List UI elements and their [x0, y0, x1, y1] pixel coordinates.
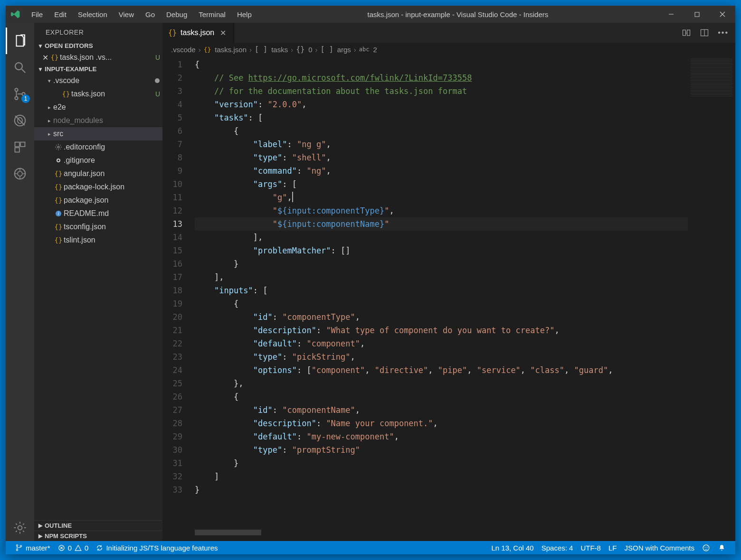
tab-label: tasks.json: [180, 28, 214, 37]
menu-view[interactable]: View: [113, 8, 140, 21]
status-init[interactable]: Initializing JS/TS language features: [92, 544, 221, 552]
activity-search[interactable]: [6, 54, 34, 81]
tree-item-label: package.json: [64, 196, 162, 205]
file-README-md[interactable]: iREADME.md: [34, 207, 162, 220]
minimize-button[interactable]: [658, 6, 684, 23]
status-bell[interactable]: [714, 544, 730, 552]
file-tsconfig-json[interactable]: {}tsconfig.json: [34, 220, 162, 233]
tree-item-label: node_modules: [53, 116, 162, 125]
activity-scm[interactable]: 1: [6, 81, 34, 107]
tab-tasks-json[interactable]: {} tasks.json ✕: [162, 23, 234, 43]
status-spaces[interactable]: Spaces: 4: [538, 544, 577, 552]
file-package-json[interactable]: {}package.json: [34, 194, 162, 207]
chevron-right-icon: ▶: [36, 523, 45, 529]
json-icon: {}: [53, 223, 64, 231]
file--gitignore[interactable]: .gitignore: [34, 154, 162, 167]
folder--vscode[interactable]: ▾.vscode: [34, 74, 162, 87]
menu-file[interactable]: File: [26, 8, 48, 21]
tree-item-label: .editorconfig: [64, 143, 162, 151]
activity-settings[interactable]: [6, 514, 34, 541]
compare-icon[interactable]: [682, 28, 691, 37]
minimap[interactable]: [688, 56, 735, 541]
chevron-right-icon: ▸: [46, 104, 53, 111]
editor-body[interactable]: 1234567891011121314151617181920212223242…: [162, 56, 735, 541]
crumb-2[interactable]: 2: [373, 46, 377, 54]
menu-go[interactable]: Go: [140, 8, 161, 21]
folder-src[interactable]: ▸src: [34, 127, 162, 140]
activity-debug[interactable]: [6, 107, 34, 134]
menu-debug[interactable]: Debug: [161, 8, 193, 21]
horizontal-scrollbar[interactable]: [195, 530, 261, 535]
menu-selection[interactable]: Selection: [72, 8, 113, 21]
tree-item-label: tsconfig.json: [64, 223, 162, 231]
string-icon: abc: [359, 46, 370, 53]
tab-close-icon[interactable]: ✕: [218, 28, 228, 38]
chevron-right-icon: ›: [199, 46, 201, 54]
vscode-window: File Edit Selection View Go Debug Termin…: [6, 6, 735, 554]
folder-e2e[interactable]: ▸e2e: [34, 101, 162, 114]
crumb-args[interactable]: args: [337, 46, 351, 54]
breadcrumbs[interactable]: .vscode › {} tasks.json › [ ] tasks › {}…: [162, 43, 735, 56]
activity-docker[interactable]: [6, 160, 34, 187]
maximize-button[interactable]: [684, 6, 710, 23]
activity-explorer[interactable]: [6, 28, 34, 54]
activity-extensions[interactable]: [6, 134, 34, 160]
file-angular-json[interactable]: {}angular.json: [34, 167, 162, 180]
dot-icon: [53, 159, 64, 162]
close-icon[interactable]: ✕: [41, 53, 49, 62]
menu-help[interactable]: Help: [231, 8, 257, 21]
file-tasks-json[interactable]: {}tasks.jsonU: [34, 87, 162, 101]
svg-point-25: [705, 547, 706, 548]
status-language[interactable]: JSON with Comments: [620, 544, 698, 552]
status-branch[interactable]: master*: [11, 544, 54, 552]
tree-item-label: src: [53, 130, 162, 138]
file--editorconfig[interactable]: .editorconfig: [34, 140, 162, 154]
file-tree: ▾.vscode{}tasks.jsonU▸e2e▸node_modules▸s…: [34, 74, 162, 520]
status-cursor[interactable]: Ln 13, Col 40: [487, 544, 537, 552]
folder-node_modules[interactable]: ▸node_modules: [34, 114, 162, 127]
scm-badge: 1: [21, 94, 30, 103]
svg-rect-7: [15, 142, 19, 147]
more-icon[interactable]: •••: [718, 28, 729, 37]
json-icon: {}: [49, 54, 60, 61]
close-button[interactable]: [710, 6, 735, 23]
editor-actions: •••: [682, 23, 735, 43]
json-icon: {}: [53, 236, 64, 244]
json-icon: {}: [53, 196, 64, 204]
object-icon: {}: [296, 45, 304, 54]
chevron-right-icon: ▶: [36, 533, 45, 539]
json-icon: {}: [53, 183, 64, 191]
split-editor-icon[interactable]: [700, 28, 709, 37]
project-header[interactable]: ▼ INPUT-EXAMPLE: [34, 64, 162, 74]
crumb-tasks[interactable]: tasks: [271, 46, 288, 54]
menu-edit[interactable]: Edit: [48, 8, 72, 21]
git-status: U: [153, 90, 162, 98]
activitybar: 1: [6, 23, 34, 541]
crumb-folder[interactable]: .vscode: [171, 46, 196, 54]
json-icon: {}: [53, 170, 64, 177]
code-area[interactable]: { // See https://go.microsoft.com/fwlink…: [191, 56, 688, 541]
sidebar-title: EXPLORER: [34, 23, 162, 41]
crumb-file[interactable]: tasks.json: [215, 46, 247, 54]
chevron-right-icon: ›: [315, 46, 318, 54]
file-tslint-json[interactable]: {}tslint.json: [34, 233, 162, 247]
status-feedback[interactable]: [698, 544, 714, 552]
json-icon: {}: [61, 90, 71, 98]
info-icon: i: [53, 210, 64, 217]
npm-scripts-header[interactable]: ▶ NPM SCRIPTS: [34, 531, 162, 541]
status-encoding[interactable]: UTF-8: [577, 544, 605, 552]
svg-point-1: [15, 63, 22, 70]
window-title: tasks.json - input-example - Visual Stud…: [257, 10, 658, 19]
open-editors-header[interactable]: ▼ OPEN EDITORS: [34, 41, 162, 51]
open-editor-item[interactable]: ✕ {} tasks.json .vs... U: [34, 51, 162, 64]
file-package-lock-json[interactable]: {}package-lock.json: [34, 180, 162, 194]
crumb-0[interactable]: 0: [308, 46, 312, 54]
status-eol[interactable]: LF: [605, 544, 621, 552]
vscode-logo-icon: [10, 9, 21, 19]
warning-icon: [75, 544, 82, 551]
status-problems[interactable]: 0 0: [54, 544, 93, 552]
svg-point-26: [707, 547, 708, 548]
svg-rect-9: [15, 148, 19, 152]
menu-terminal[interactable]: Terminal: [193, 8, 231, 21]
outline-header[interactable]: ▶ OUTLINE: [34, 520, 162, 531]
